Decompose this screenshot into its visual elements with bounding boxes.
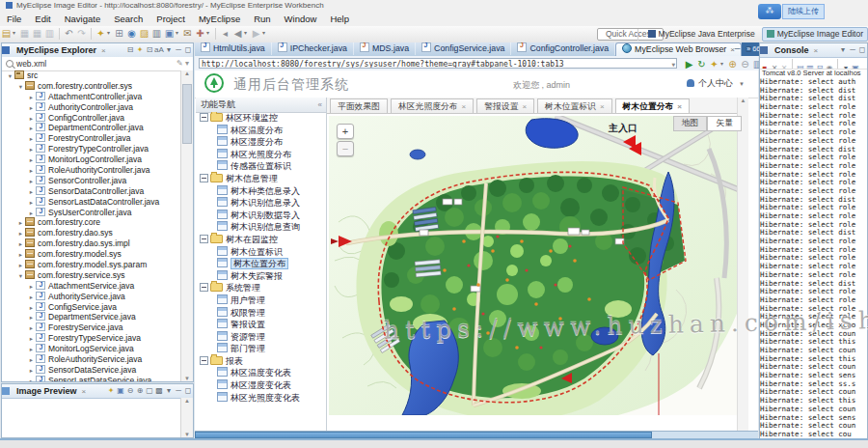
tree-row[interactable]: ▸SensorDataService.java xyxy=(2,365,181,376)
view-menu-icon[interactable]: ▾ xyxy=(164,384,174,398)
servers-icon[interactable]: ▥ xyxy=(150,26,163,41)
tree-row[interactable]: ▸AttachmentController.java xyxy=(2,92,181,102)
nav-item[interactable]: 树木信息管理 xyxy=(196,173,327,185)
close-tab-icon[interactable]: × xyxy=(522,102,527,111)
nav-item[interactable]: 林区温度分布 xyxy=(196,125,327,137)
menu-myeclipse[interactable]: MyEclipse xyxy=(192,14,247,24)
tree-row[interactable]: ▸MonitorLogController.java xyxy=(2,154,181,165)
tree-collapse-icon[interactable] xyxy=(200,283,208,292)
zoom-in-button[interactable]: + xyxy=(337,124,354,139)
tree-collapse-icon[interactable] xyxy=(200,235,208,243)
tree-row[interactable]: ▸com.forestry.dao.sys xyxy=(2,228,181,238)
close-tab-icon[interactable]: × xyxy=(462,102,467,111)
forward-icon[interactable]: ▶ xyxy=(250,26,262,41)
tree-row[interactable]: ▸ForestryTypeController.java xyxy=(2,144,181,154)
editor-tab[interactable]: ConfigController.java xyxy=(511,42,615,55)
nav-item[interactable]: 系统管理 xyxy=(196,282,327,294)
page-tab[interactable]: 树木位置标识× xyxy=(537,98,611,113)
tree-collapse-icon[interactable] xyxy=(200,174,208,182)
view-menu-icon[interactable]: ▾ xyxy=(164,43,174,57)
nav-item[interactable]: 权限管理 xyxy=(196,307,327,320)
collapsed-arrow-icon[interactable]: ▸ xyxy=(27,377,36,381)
console-title[interactable]: Console xyxy=(771,45,811,55)
nav-item[interactable]: 林区湿度分布 xyxy=(196,136,327,149)
page-tab[interactable]: 树木位置分布× xyxy=(615,98,690,113)
menu-edit[interactable]: Edit xyxy=(28,14,57,24)
menu-project[interactable]: Project xyxy=(149,14,192,24)
tree-row[interactable]: ▸com.forestry.dao.sys.impl xyxy=(2,238,181,249)
minimize-icon[interactable]: ─ xyxy=(174,384,183,398)
maximize-icon[interactable]: ◻ xyxy=(183,384,193,398)
nav-item[interactable]: 树木识别数据导入 xyxy=(196,210,327,222)
zoom-out-icon[interactable]: ⊖ xyxy=(739,57,751,71)
image-preview-close-icon[interactable]: × xyxy=(79,387,90,396)
image-preview-title[interactable]: Image Preview xyxy=(13,386,79,396)
park-map[interactable]: 主入口 + − xyxy=(329,116,747,415)
tree-row[interactable]: ▸com.forestry.model.sys xyxy=(2,249,181,260)
editor-tab[interactable]: ConfigService.java xyxy=(416,42,511,55)
tree-row[interactable]: ▸ForestryController.java xyxy=(2,133,181,144)
collapsed-arrow-icon[interactable]: ▸ xyxy=(27,293,36,303)
collapsed-arrow-icon[interactable]: ▸ xyxy=(27,103,36,114)
editor-tab[interactable]: MDS.java xyxy=(354,42,416,55)
maximize-icon[interactable]: ◻ xyxy=(743,44,755,53)
tree-row[interactable]: ▾com.forestry.service.sys xyxy=(2,270,181,281)
actual-size-icon[interactable]: ▩ xyxy=(154,384,164,398)
undo-icon[interactable]: ↶ xyxy=(63,26,75,41)
mail-icon[interactable]: ✉ xyxy=(181,26,194,41)
tree-row[interactable]: ▸DepartmentService.java xyxy=(2,312,181,322)
console-close-icon[interactable]: × xyxy=(811,46,822,55)
close-tab-icon[interactable]: × xyxy=(600,102,605,111)
tree-row[interactable]: ▸ConfigController.java xyxy=(2,113,181,124)
minimize-icon[interactable]: ─ xyxy=(848,43,857,57)
new-icon[interactable]: ▤ xyxy=(0,26,13,41)
tree-row[interactable]: ▸ConfigService.java xyxy=(2,302,181,313)
menu-help[interactable]: Help xyxy=(323,14,356,24)
search-edit-icon[interactable]: ✎ ▾ xyxy=(176,57,189,70)
derby-icon[interactable]: ✦ xyxy=(135,43,145,57)
expanded-arrow-icon[interactable]: ▾ xyxy=(6,71,14,82)
wizard-icon[interactable]: ✚ xyxy=(194,26,206,41)
maximize-icon[interactable]: ◻ xyxy=(183,43,193,57)
tree-row[interactable]: ▸MonitorLogService.java xyxy=(2,344,181,354)
menu-navigate[interactable]: Navigate xyxy=(58,14,108,24)
minimize-icon[interactable]: ─ xyxy=(732,44,744,53)
web-browser-icon[interactable]: ◉ xyxy=(125,26,138,41)
auto-refresh-icon[interactable]: ✦ xyxy=(106,384,116,398)
nav-item[interactable]: 林区温度变化表 xyxy=(196,367,327,379)
tree-row[interactable]: ▸AuthorityService.java xyxy=(2,292,181,302)
explorer-scrollbar[interactable]: ▲▼ xyxy=(180,70,193,381)
tree-row[interactable]: ▸SysUserController.java xyxy=(2,208,181,218)
nav-item[interactable]: 林区光照度分布 xyxy=(196,149,327,161)
collapse-panel-icon[interactable]: « xyxy=(318,98,322,112)
menu-search[interactable]: Search xyxy=(107,14,149,24)
collapse-all-icon[interactable]: ⊟ xyxy=(125,43,135,57)
nav-item[interactable]: 林区湿度变化表 xyxy=(196,379,327,392)
tree-row[interactable]: ▸RoleAuthorityController.java xyxy=(2,165,181,176)
perspective-button-1[interactable]: MyEclipse Image Editor xyxy=(762,27,868,42)
console-output[interactable]: Hibernate: select authHibernate: select … xyxy=(760,78,867,448)
snapshot-icon[interactable]: ✦ xyxy=(708,57,720,71)
go-icon[interactable]: ▶ xyxy=(683,57,695,71)
zoom-in-icon[interactable]: ⊕ xyxy=(135,384,145,398)
url-input[interactable]: http://localhost:8080/forestry/sys/sysus… xyxy=(199,58,677,69)
forward-dropdown-icon[interactable]: ▾ xyxy=(262,26,268,41)
image-icon[interactable]: ▣ xyxy=(116,384,125,398)
menu-window[interactable]: Window xyxy=(278,14,324,24)
nav-item[interactable]: 林区环境监控 xyxy=(196,112,327,125)
hscroll-handle[interactable] xyxy=(195,432,652,438)
nav-item[interactable]: 资源管理 xyxy=(196,331,327,344)
back-icon[interactable]: ◀ xyxy=(231,26,244,41)
tree-row[interactable]: ▸com.forestry.core xyxy=(2,217,181,228)
editor-tab[interactable]: MyEclipse Web Browser× xyxy=(615,42,742,56)
tree-collapse-icon[interactable] xyxy=(200,113,208,122)
fit-window-icon[interactable]: ▢ xyxy=(145,384,154,398)
myeclipse-derby-icon[interactable]: ✦ xyxy=(95,26,107,41)
collapsed-arrow-icon[interactable]: ▸ xyxy=(27,198,36,209)
content-scrollbar[interactable]: ▲ xyxy=(737,98,748,431)
map-button[interactable]: 地图 xyxy=(673,116,708,131)
tree-collapse-icon[interactable] xyxy=(200,356,208,365)
nav-item[interactable]: 林区光照度变化表 xyxy=(196,392,327,405)
redo-icon[interactable]: ↷ xyxy=(75,26,88,41)
zoom-in-icon[interactable]: ⊕ xyxy=(726,57,739,71)
